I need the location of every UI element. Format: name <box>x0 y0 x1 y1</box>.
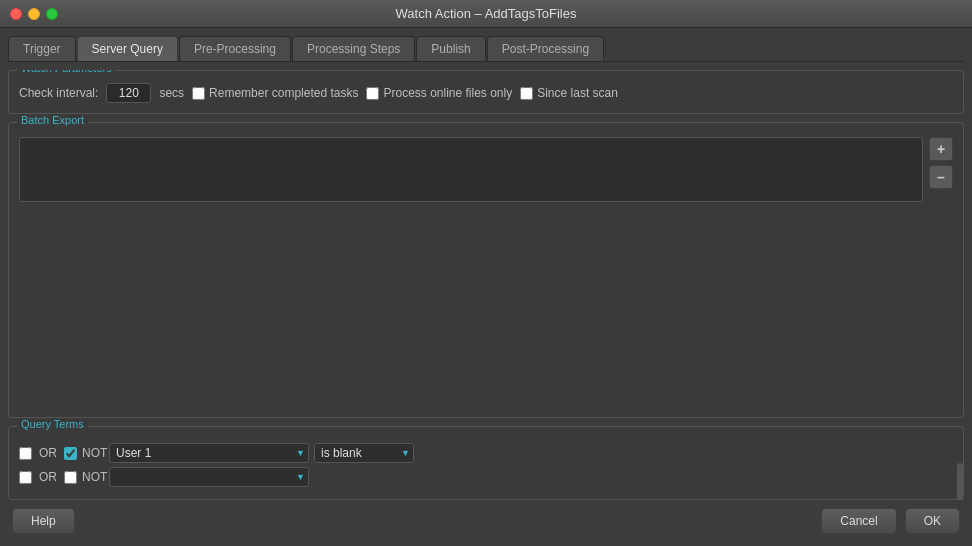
close-button[interactable] <box>10 8 22 20</box>
batch-export-legend: Batch Export <box>17 114 88 126</box>
query-row2-or-checkbox[interactable] <box>19 471 32 484</box>
since-last-scan-label[interactable]: Since last scan <box>520 86 618 100</box>
batch-export-row: + – <box>19 131 953 202</box>
watch-parameters-group: Watch Parameters Check interval: secs Re… <box>8 70 964 114</box>
query-terms-group: Query Terms OR NOT User 1 User 2 User 3 <box>8 426 964 500</box>
remember-completed-text: Remember completed tasks <box>209 86 358 100</box>
query-row1-user-select[interactable]: User 1 User 2 User 3 <box>109 443 309 463</box>
remove-batch-button[interactable]: – <box>929 165 953 189</box>
scrollbar[interactable] <box>957 463 963 500</box>
traffic-lights <box>10 8 58 20</box>
process-online-text: Process online files only <box>383 86 512 100</box>
help-button[interactable]: Help <box>12 508 75 534</box>
query-row-2: OR NOT User 1 User 2 User 3 <box>19 465 953 489</box>
tab-publish[interactable]: Publish <box>416 36 485 61</box>
batch-export-textarea[interactable] <box>19 137 923 202</box>
batch-export-group: Batch Export + – <box>8 122 964 418</box>
tab-trigger[interactable]: Trigger <box>8 36 76 61</box>
query-row2-user-select[interactable]: User 1 User 2 User 3 <box>109 467 309 487</box>
ok-button[interactable]: OK <box>905 508 960 534</box>
remember-completed-checkbox[interactable] <box>192 87 205 100</box>
query-row1-not-checkbox[interactable] <box>64 447 77 460</box>
query-row1-condition-select[interactable]: is blank is not blank equals contains <box>314 443 414 463</box>
cancel-button[interactable]: Cancel <box>821 508 896 534</box>
tab-processing-steps[interactable]: Processing Steps <box>292 36 415 61</box>
tab-bar: Trigger Server Query Pre-Processing Proc… <box>8 36 964 62</box>
tab-pre-processing[interactable]: Pre-Processing <box>179 36 291 61</box>
watch-parameters-row: Check interval: secs Remember completed … <box>19 79 953 103</box>
query-row1-or-checkbox[interactable] <box>19 447 32 460</box>
secs-label: secs <box>159 86 184 100</box>
query-row2-or-label: OR <box>37 470 59 484</box>
query-row1-condition-wrapper: is blank is not blank equals contains <box>314 443 414 463</box>
check-interval-input[interactable] <box>106 83 151 103</box>
tab-post-processing[interactable]: Post-Processing <box>487 36 604 61</box>
check-interval-label: Check interval: <box>19 86 98 100</box>
minimize-button[interactable] <box>28 8 40 20</box>
add-batch-button[interactable]: + <box>929 137 953 161</box>
bottom-btn-group: Cancel OK <box>821 508 960 534</box>
query-row-1: OR NOT User 1 User 2 User 3 is blank <box>19 441 953 465</box>
since-last-scan-text: Since last scan <box>537 86 618 100</box>
query-row2-not-label: NOT <box>82 470 104 484</box>
window-title: Watch Action – AddTagsToFiles <box>396 6 577 21</box>
query-row2-user-wrapper: User 1 User 2 User 3 <box>109 467 309 487</box>
main-content: Trigger Server Query Pre-Processing Proc… <box>0 28 972 546</box>
query-row2-not-checkbox[interactable] <box>64 471 77 484</box>
remember-completed-label[interactable]: Remember completed tasks <box>192 86 358 100</box>
batch-export-buttons: + – <box>929 137 953 189</box>
query-row1-not-label: NOT <box>82 446 104 460</box>
query-terms-rows: OR NOT User 1 User 2 User 3 is blank <box>19 435 953 489</box>
process-online-label[interactable]: Process online files only <box>366 86 512 100</box>
query-terms-legend: Query Terms <box>17 418 88 430</box>
bottom-bar: Help Cancel OK <box>8 500 964 538</box>
watch-parameters-legend: Watch Parameters <box>17 70 116 74</box>
since-last-scan-checkbox[interactable] <box>520 87 533 100</box>
tab-server-query[interactable]: Server Query <box>77 36 178 61</box>
query-row1-user-wrapper: User 1 User 2 User 3 <box>109 443 309 463</box>
process-online-checkbox[interactable] <box>366 87 379 100</box>
titlebar: Watch Action – AddTagsToFiles <box>0 0 972 28</box>
content-area: Watch Parameters Check interval: secs Re… <box>8 70 964 500</box>
query-row1-or-label: OR <box>37 446 59 460</box>
maximize-button[interactable] <box>46 8 58 20</box>
